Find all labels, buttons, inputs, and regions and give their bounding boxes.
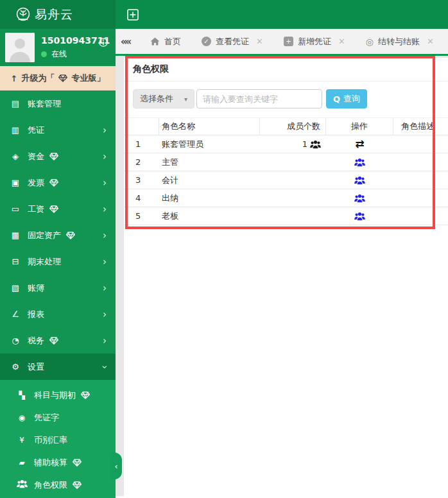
sidebar-item-funds[interactable]: ◈ 资金 › (0, 143, 116, 169)
gem-icon (81, 391, 90, 399)
logo-text: 易舟云 (35, 6, 73, 23)
upgrade-banner[interactable]: ↑ 升级为「 专业版」 (0, 66, 116, 90)
users-icon[interactable] (354, 212, 365, 221)
tab-new-voucher[interactable]: + 新增凭证 ✕ (279, 29, 350, 54)
upgrade-text-suffix: 专业版」 (71, 73, 105, 84)
book-icon: ▧ (9, 283, 22, 293)
user-info: 15010943711 在线 (41, 33, 110, 62)
tabs-scroll-left-button[interactable]: «« (116, 35, 135, 47)
users-icon (310, 140, 321, 149)
gear-icon: ⚙ (9, 362, 22, 372)
roles-table: 角色名称 成员个数 操作 角色描述 1 账套管理员 1 ⇄ (124, 117, 448, 225)
chevron-right-icon: › (103, 125, 107, 136)
table-row: 2 主管 (124, 153, 448, 171)
submenu-item-role-permissions[interactable]: 角色权限 (0, 474, 116, 496)
home-icon (150, 37, 160, 46)
close-icon[interactable]: ✕ (338, 37, 345, 46)
gem-icon (49, 153, 58, 160)
submenu-item-accounts-opening[interactable]: ▚ 科目与期初 (0, 384, 116, 406)
tab-bar: «« 首页 ✓ 查看凭证 ✕ + 新增凭证 ✕ ◎ 结转与结账 ✕ (116, 29, 448, 56)
chevron-right-icon: › (103, 309, 107, 320)
upgrade-text-prefix: 升级为「 (21, 73, 55, 84)
table-header-row: 角色名称 成员个数 操作 角色描述 (124, 117, 448, 135)
close-icon[interactable]: ✕ (427, 37, 434, 46)
funds-icon: ◈ (9, 151, 22, 161)
table-row: 5 老板 (124, 207, 448, 225)
online-status: 在线 (51, 49, 67, 60)
sidebar-collapse-handle[interactable]: ‹ (110, 452, 122, 479)
clock-icon: ◔ (9, 336, 22, 345)
sidebar-item-tax[interactable]: ◔ 税务 › (0, 327, 116, 354)
status-row: 在线 (41, 49, 110, 60)
fixed-assets-icon: ▦ (9, 230, 22, 240)
main-area: «« 首页 ✓ 查看凭证 ✕ + 新增凭证 ✕ ◎ 结转与结账 ✕ (116, 29, 448, 498)
page-title: 角色权限 (124, 58, 448, 82)
keyword-input[interactable] (196, 89, 322, 108)
col-actions: 操作 (326, 118, 393, 135)
brand-emblem-icon (15, 7, 31, 22)
chevron-right-icon: › (103, 177, 107, 189)
sidebar-nav: ▤ 账套管理 ▥ 凭证 › ◈ 资金 › ▣ 发票 › ▭ (0, 90, 116, 380)
users-icon[interactable] (354, 176, 365, 185)
sidebar: 15010943711 在线 ↑ 升级为「 专业版」 ▤ 账套管理 ▥ 凭证 › (0, 29, 116, 498)
top-header: 易舟云 (0, 0, 448, 29)
content-area: 角色权限 选择条件 ▾ Q 查询 角色名称 (116, 56, 448, 496)
tab-view-voucher[interactable]: ✓ 查看凭证 ✕ (196, 29, 268, 54)
sidebar-item-fixed-assets[interactable]: ▦ 固定资产 › (0, 222, 116, 248)
users-icon[interactable] (354, 158, 365, 167)
gem-icon (49, 179, 58, 187)
search-icon: Q (333, 94, 340, 104)
table-row: 4 出纳 (124, 189, 448, 207)
submenu-item-voucher-word[interactable]: ◉ 凭证字 (0, 406, 116, 429)
sidebar-item-settings[interactable]: ⚙ 设置 › (0, 354, 116, 380)
close-icon[interactable]: ✕ (256, 37, 263, 46)
tab-carryover-closing[interactable]: ◎ 结转与结账 ✕ (361, 29, 439, 54)
target-icon: ◎ (366, 37, 374, 47)
logo[interactable]: 易舟云 (0, 0, 116, 29)
sidebar-item-payroll[interactable]: ▭ 工资 › (0, 196, 116, 222)
sidebar-item-period-end[interactable]: ⊟ 期末处理 › (0, 248, 116, 275)
filter-row: 选择条件 ▾ Q 查询 (124, 82, 448, 115)
col-member-count: 成员个数 (260, 118, 326, 135)
invoice-icon: ▣ (9, 178, 22, 187)
online-dot-icon (41, 51, 47, 57)
transfer-icon[interactable]: ⇄ (355, 139, 364, 150)
sidebar-item-ledgers[interactable]: ▧ 账簿 › (0, 275, 116, 301)
gem-icon (49, 205, 58, 213)
submenu-item-auxiliary-accounting[interactable]: ▰ 辅助核算 (0, 451, 116, 474)
folder-icon: ▰ (15, 458, 28, 467)
member-count-cell: 1 (260, 139, 326, 149)
sidebar-item-reports[interactable]: ∠ 报表 › (0, 301, 116, 327)
users-icon[interactable] (354, 194, 365, 203)
plus-square-icon: + (284, 37, 293, 46)
voucher-icon: ▥ (9, 125, 22, 135)
payroll-icon: ▭ (9, 204, 22, 214)
check-circle-icon: ✓ (202, 37, 211, 46)
users-icon (15, 479, 28, 490)
chevron-right-icon: › (103, 335, 107, 347)
chevron-down-icon: › (99, 365, 110, 369)
yen-icon: ¥ (15, 436, 28, 445)
chevron-right-icon: › (103, 282, 107, 294)
grid-plus-icon[interactable] (127, 9, 139, 21)
chevron-right-icon: › (103, 230, 107, 241)
gem-icon (49, 337, 58, 345)
col-role-desc: 角色描述 (393, 118, 448, 135)
submenu-item-currency-rates[interactable]: ¥ 币别汇率 (0, 429, 116, 451)
header-toolbar (116, 0, 448, 29)
sidebar-item-account-sets[interactable]: ▤ 账套管理 (0, 90, 116, 117)
chart-icon: ∠ (9, 309, 22, 319)
arrow-up-icon: ↑ (11, 74, 18, 83)
condition-select[interactable]: 选择条件 ▾ (133, 89, 194, 108)
app-window: 易舟云 15010943711 在线 ↑ 升级为「 专业版」 (0, 0, 448, 498)
search-button[interactable]: Q 查询 (326, 89, 367, 108)
person-icon (5, 33, 35, 62)
gem-icon (73, 459, 82, 467)
chevron-right-icon: › (103, 256, 107, 268)
tab-home[interactable]: 首页 (145, 29, 186, 54)
avatar[interactable] (5, 33, 35, 62)
sidebar-item-vouchers[interactable]: ▥ 凭证 › (0, 117, 116, 143)
settings-submenu: ▚ 科目与期初 ◉ 凭证字 ¥ 币别汇率 ▰ 辅助核算 角色权限 (0, 380, 116, 498)
sidebar-item-invoices[interactable]: ▣ 发票 › (0, 169, 116, 196)
info-icon[interactable] (99, 38, 108, 47)
